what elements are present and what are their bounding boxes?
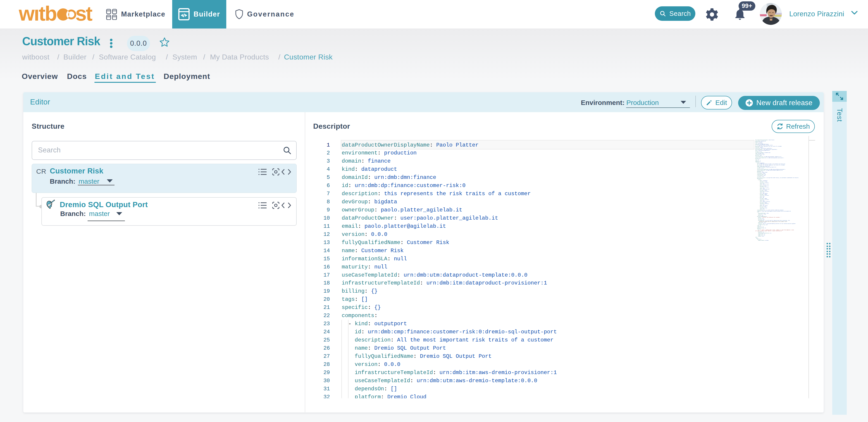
svg-text:wıtb: wıtb: [19, 2, 56, 25]
svg-text:st: st: [75, 2, 92, 25]
